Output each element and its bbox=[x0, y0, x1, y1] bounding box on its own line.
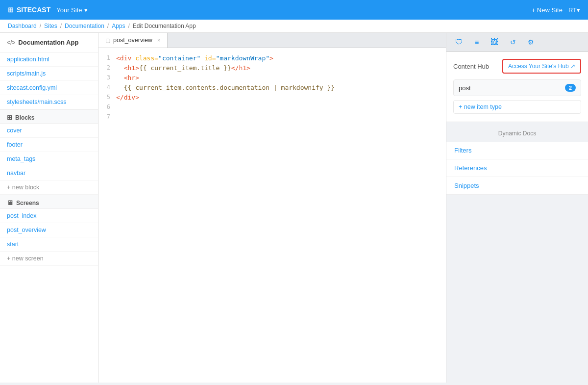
line-content-4: {{ current_item.contents.documentation |… bbox=[116, 84, 335, 91]
line-content-3: <hr> bbox=[116, 74, 139, 81]
line-number-1: 1 bbox=[98, 54, 116, 61]
breadcrumb-sep-2: / bbox=[60, 23, 62, 29]
code-line-5: 5 </div> bbox=[98, 93, 446, 103]
code-line-3: 3 <hr> bbox=[98, 74, 446, 83]
post-count-badge: 2 bbox=[565, 84, 576, 92]
sidebar-item-footer[interactable]: footer bbox=[0, 138, 98, 152]
line-number-7: 7 bbox=[98, 113, 116, 120]
dynamic-docs-references[interactable]: References bbox=[446, 159, 588, 177]
line-number-4: 4 bbox=[98, 84, 116, 91]
line-content-1: <div class="container" id="markdownWrap"… bbox=[116, 54, 273, 62]
dynamic-docs-title: Dynamic Docs bbox=[446, 127, 588, 142]
dynamic-docs-filters[interactable]: Filters bbox=[446, 142, 588, 159]
new-site-button[interactable]: + New Site bbox=[532, 6, 563, 14]
dynamic-docs-snippets[interactable]: Snippets bbox=[446, 177, 588, 195]
tab-label: post_overview bbox=[113, 37, 152, 44]
sidebar-item-start[interactable]: start bbox=[0, 237, 98, 252]
logo-icon: ⊞ bbox=[8, 6, 14, 14]
new-block-button[interactable]: + new block bbox=[0, 180, 98, 195]
panel-tool-shield[interactable]: 🛡 bbox=[450, 35, 468, 50]
sidebar: </> Documentation App application.html s… bbox=[0, 33, 98, 383]
sidebar-item-cover[interactable]: cover bbox=[0, 124, 98, 138]
breadcrumb-apps[interactable]: Apps bbox=[112, 23, 125, 29]
logo-text: SITECAST bbox=[17, 6, 50, 14]
code-line-7: 7 bbox=[98, 113, 446, 123]
sidebar-section-screens: 🖥 Screens bbox=[0, 195, 98, 209]
line-content-5: </div> bbox=[116, 94, 139, 101]
new-site-label: + New Site bbox=[532, 6, 563, 14]
editor-tabs: ▢ post_overview × bbox=[98, 33, 446, 48]
new-item-type-button[interactable]: + new item type bbox=[453, 100, 581, 114]
editor-area: ▢ post_overview × 1 <div class="containe… bbox=[98, 33, 446, 383]
breadcrumb-sep-4: / bbox=[128, 23, 130, 29]
post-item: post 2 bbox=[453, 79, 581, 96]
access-hub-label: Access Your Site's Hub ↗ bbox=[508, 63, 575, 70]
code-line-6: 6 bbox=[98, 103, 446, 113]
top-navigation: ⊞ SITECAST Your Site ▾ + New Site RT▾ bbox=[0, 0, 588, 20]
code-line-4: 4 {{ current_item.contents.documentation… bbox=[98, 83, 446, 93]
editor-tab-post-overview[interactable]: ▢ post_overview × bbox=[98, 33, 168, 48]
sidebar-section-blocks: ⊞ Blocks bbox=[0, 109, 98, 124]
sidebar-file-application[interactable]: application.html bbox=[0, 52, 98, 67]
panel-tool-image[interactable]: 🖼 bbox=[486, 35, 503, 50]
blocks-section-label: Blocks bbox=[15, 114, 34, 121]
sitecast-logo: ⊞ SITECAST bbox=[8, 6, 50, 14]
new-item-type-label: + new item type bbox=[459, 103, 502, 110]
code-editor[interactable]: 1 <div class="container" id="markdownWra… bbox=[98, 48, 446, 383]
right-panel-toolbar: 🛡 ≡ 🖼 ↺ ⚙ bbox=[446, 33, 588, 52]
site-selector[interactable]: Your Site ▾ bbox=[56, 6, 87, 14]
content-hub-title: Content Hub bbox=[453, 63, 489, 70]
site-chevron-icon: ▾ bbox=[84, 6, 88, 14]
breadcrumb-sep-3: / bbox=[107, 23, 109, 29]
screens-section-icon: 🖥 bbox=[7, 199, 13, 206]
panel-tool-settings[interactable]: ⚙ bbox=[523, 35, 539, 50]
panel-tool-layers[interactable]: ≡ bbox=[470, 35, 484, 50]
sidebar-item-meta-tags[interactable]: meta_tags bbox=[0, 152, 98, 166]
line-content-2: <h1>{{ current_item.title }}</h1> bbox=[116, 64, 250, 72]
content-hub-header: Content Hub Access Your Site's Hub ↗ bbox=[453, 59, 581, 74]
nav-right: + New Site RT▾ bbox=[532, 6, 580, 14]
sidebar-header-icon: </> bbox=[7, 39, 15, 46]
breadcrumb: Dashboard / Sites / Documentation / Apps… bbox=[0, 20, 588, 33]
line-number-5: 5 bbox=[98, 94, 116, 101]
sidebar-file-stylesheets[interactable]: stylesheets/main.scss bbox=[0, 95, 98, 109]
sidebar-file-config[interactable]: sitecast.config.yml bbox=[0, 81, 98, 95]
breadcrumb-sites[interactable]: Sites bbox=[44, 23, 57, 29]
access-hub-button[interactable]: Access Your Site's Hub ↗ bbox=[502, 59, 581, 74]
nav-left: ⊞ SITECAST Your Site ▾ bbox=[8, 6, 88, 14]
new-screen-button[interactable]: + new screen bbox=[0, 252, 98, 266]
sidebar-header-title: Documentation App bbox=[18, 39, 78, 46]
breadcrumb-sep-1: / bbox=[40, 23, 41, 29]
line-number-2: 2 bbox=[98, 64, 116, 71]
content-hub-section: Content Hub Access Your Site's Hub ↗ pos… bbox=[446, 52, 588, 122]
line-number-6: 6 bbox=[98, 103, 116, 110]
dynamic-docs-section: Dynamic Docs Filters References Snippets bbox=[446, 122, 588, 195]
breadcrumb-dashboard[interactable]: Dashboard bbox=[8, 23, 37, 29]
screens-section-label: Screens bbox=[16, 200, 39, 206]
code-line-1: 1 <div class="container" id="markdownWra… bbox=[98, 54, 446, 64]
sidebar-item-navbar[interactable]: navbar bbox=[0, 166, 98, 180]
right-panel: 🛡 ≡ 🖼 ↺ ⚙ Content Hub Access Your Site's… bbox=[446, 33, 588, 383]
breadcrumb-current: Edit Documentation App bbox=[133, 23, 196, 29]
post-item-label: post bbox=[459, 84, 471, 92]
sidebar-file-scripts[interactable]: scripts/main.js bbox=[0, 67, 98, 81]
tab-icon: ▢ bbox=[105, 37, 110, 44]
blocks-section-icon: ⊞ bbox=[7, 114, 12, 121]
main-layout: </> Documentation App application.html s… bbox=[0, 33, 588, 383]
panel-tool-history[interactable]: ↺ bbox=[505, 35, 521, 50]
sidebar-item-post-index[interactable]: post_index bbox=[0, 209, 98, 223]
sidebar-header: </> Documentation App bbox=[0, 33, 98, 52]
user-menu[interactable]: RT▾ bbox=[568, 6, 580, 14]
user-label: RT▾ bbox=[568, 6, 580, 14]
site-name: Your Site bbox=[56, 6, 82, 14]
code-line-2: 2 <h1>{{ current_item.title }}</h1> bbox=[98, 64, 446, 74]
line-number-3: 3 bbox=[98, 74, 116, 81]
tab-close-button[interactable]: × bbox=[157, 37, 160, 43]
sidebar-item-post-overview[interactable]: post_overview bbox=[0, 223, 98, 237]
breadcrumb-documentation[interactable]: Documentation bbox=[65, 23, 104, 29]
